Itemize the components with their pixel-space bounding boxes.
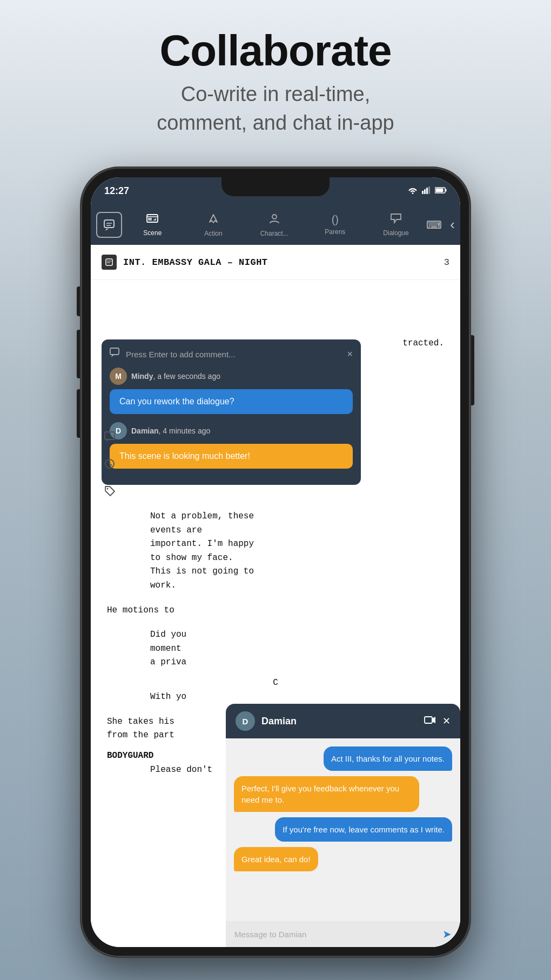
chat-send-button[interactable]: ➤ bbox=[442, 928, 452, 941]
video-call-icon[interactable] bbox=[424, 716, 436, 727]
svg-rect-18 bbox=[105, 432, 115, 439]
svg-rect-0 bbox=[422, 191, 424, 194]
formatting-toolbar: Scene Action Charact. bbox=[91, 204, 460, 245]
script-dialogue-2: Did youmomenta priva bbox=[150, 628, 336, 670]
dialogue-label: Dialogue bbox=[383, 229, 408, 237]
comment-author-time-1: Mindy, a few seconds ago bbox=[131, 372, 220, 381]
comment-input[interactable]: Press Enter to add comment... bbox=[126, 350, 341, 359]
comment-entry-2: D Damian, 4 minutes ago This scene is lo… bbox=[110, 422, 353, 469]
character-icon bbox=[268, 212, 280, 228]
chat-message-3: If you're free now, leave comments as I … bbox=[275, 817, 452, 842]
page-subtitle: Co-write in real-time,comment, and chat … bbox=[0, 80, 551, 137]
action-label: Action bbox=[204, 230, 222, 237]
phone-device: 12:27 bbox=[81, 168, 470, 957]
scene-label: Scene bbox=[143, 229, 162, 237]
svg-rect-22 bbox=[425, 717, 432, 723]
svg-point-14 bbox=[272, 215, 277, 219]
chat-messages-list: Act III, thanks for all your notes. Perf… bbox=[226, 738, 460, 921]
script-action-1: He motions to bbox=[107, 604, 444, 618]
chat-close-button[interactable]: ✕ bbox=[442, 715, 451, 727]
svg-rect-1 bbox=[424, 189, 426, 194]
dialogue-icon bbox=[390, 213, 402, 227]
svg-marker-13 bbox=[153, 218, 156, 221]
tag-sidebar-icon[interactable] bbox=[102, 483, 118, 499]
chat-window: D Damian ✕ Act III, thanks for all your … bbox=[226, 704, 460, 947]
svg-rect-3 bbox=[428, 186, 430, 194]
power-button[interactable] bbox=[470, 335, 474, 405]
battery-icon bbox=[435, 186, 447, 195]
script-dialogue-3: With yo bbox=[150, 690, 336, 704]
parens-icon: () bbox=[332, 214, 339, 226]
notch bbox=[221, 177, 330, 196]
scene-heading: INT. EMBASSY GALA – NIGHT 3 bbox=[91, 245, 460, 280]
comment-meta-1: M Mindy, a few seconds ago bbox=[110, 368, 353, 385]
toolbar-parens-button[interactable]: () Parens bbox=[305, 214, 366, 236]
comment-bubble-1: Can you rework the dialogue? bbox=[110, 389, 353, 414]
svg-rect-15 bbox=[106, 259, 112, 265]
svg-rect-2 bbox=[426, 188, 428, 194]
comment-meta-2: D Damian, 4 minutes ago bbox=[110, 422, 353, 439]
status-icons bbox=[408, 186, 447, 196]
chat-avatar-damian: D bbox=[236, 711, 255, 731]
comment-bubble-2: This scene is looking much better! bbox=[110, 444, 353, 469]
sidebar-action-icons bbox=[102, 429, 118, 499]
svg-marker-23 bbox=[432, 717, 435, 723]
wifi-icon bbox=[408, 186, 418, 196]
character-label: Charact... bbox=[260, 230, 288, 237]
volume-mute-button[interactable] bbox=[77, 286, 81, 316]
scene-heading-icon bbox=[102, 255, 117, 270]
comment-panel: Press Enter to add comment... × M Mindy,… bbox=[102, 339, 361, 485]
keyboard-icon[interactable]: ⌨ bbox=[426, 218, 442, 231]
svg-point-20 bbox=[107, 488, 109, 490]
toolbar-scene-button[interactable]: Scene bbox=[122, 213, 183, 237]
toolbar-action-button[interactable]: Action bbox=[183, 212, 244, 237]
history-sidebar-icon[interactable] bbox=[102, 456, 118, 472]
scene-number: 3 bbox=[444, 257, 449, 268]
comment-panel-icon bbox=[110, 348, 120, 361]
scene-icon bbox=[146, 213, 158, 227]
chat-header: D Damian ✕ bbox=[226, 704, 460, 738]
chat-icon-button[interactable] bbox=[96, 212, 122, 238]
toolbar-character-button[interactable]: Charact... bbox=[244, 212, 305, 237]
phone-screen: 12:27 bbox=[91, 177, 460, 947]
chat-contact-name: Damian bbox=[261, 716, 418, 727]
chat-input-field[interactable]: Message to Damian bbox=[234, 930, 437, 939]
svg-rect-12 bbox=[148, 218, 152, 221]
svg-rect-6 bbox=[436, 189, 444, 192]
script-partial-text: tracted. bbox=[402, 337, 444, 351]
volume-up-button[interactable] bbox=[77, 330, 81, 378]
chat-message-4: Great idea, can do! bbox=[234, 847, 318, 871]
status-time: 12:27 bbox=[104, 185, 129, 197]
action-icon bbox=[207, 212, 219, 228]
scene-heading-text: INT. EMBASSY GALA – NIGHT bbox=[123, 257, 438, 268]
svg-rect-5 bbox=[446, 189, 447, 192]
volume-down-button[interactable] bbox=[77, 389, 81, 438]
chat-message-2: Perfect, I'll give you feedback whenever… bbox=[234, 776, 419, 812]
page-title: Collaborate bbox=[0, 27, 551, 75]
chat-message-1: Act III, thanks for all your notes. bbox=[324, 746, 452, 771]
script-editor-area[interactable]: INT. EMBASSY GALA – NIGHT 3 tracted. bbox=[91, 245, 460, 947]
svg-rect-7 bbox=[104, 220, 114, 228]
comment-sidebar-icon[interactable] bbox=[102, 429, 118, 445]
comment-panel-header: Press Enter to add comment... × bbox=[110, 348, 353, 361]
comment-entry-1: M Mindy, a few seconds ago Can you rewor… bbox=[110, 368, 353, 414]
script-character-3: C bbox=[107, 678, 444, 688]
signal-icon bbox=[422, 186, 431, 196]
comment-author-time-2: Damian, 4 minutes ago bbox=[131, 426, 210, 435]
comment-panel-close-button[interactable]: × bbox=[347, 349, 353, 360]
avatar-mindy: M bbox=[110, 368, 127, 385]
back-icon[interactable]: ‹ bbox=[450, 216, 455, 233]
toolbar-dialogue-button[interactable]: Dialogue bbox=[366, 213, 427, 237]
parens-label: Parens bbox=[325, 228, 345, 236]
script-dialogue-1: Not a problem, these events are importan… bbox=[150, 510, 428, 593]
toolbar-right-controls: ⌨ ‹ bbox=[426, 216, 455, 233]
chat-input-bar: Message to Damian ➤ bbox=[226, 921, 460, 947]
svg-rect-21 bbox=[110, 348, 119, 355]
